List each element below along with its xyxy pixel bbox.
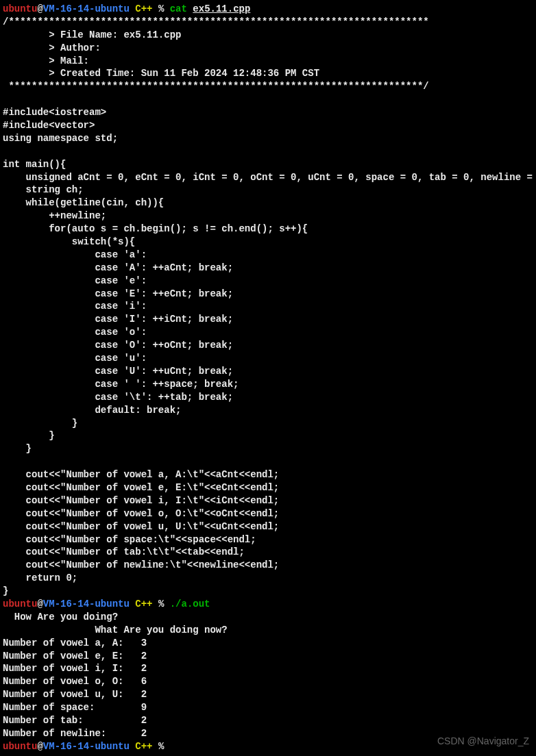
- prompt-dir: C++: [135, 3, 152, 14]
- terminal[interactable]: ubuntu@VM-16-14-ubuntu C++ % cat ex5.11.…: [0, 0, 536, 755]
- prompt-at: @: [37, 3, 42, 14]
- prompt-line-3: ubuntu@VM-16-14-ubuntu C++ %: [3, 741, 170, 752]
- prompt-line-1: ubuntu@VM-16-14-ubuntu C++ % cat ex5.11.…: [3, 3, 250, 14]
- prompt-host: VM-16-14-ubuntu: [43, 598, 130, 609]
- prompt-host: VM-16-14-ubuntu: [43, 741, 130, 752]
- prompt-user: ubuntu: [3, 3, 37, 14]
- prompt-dir: C++: [135, 598, 152, 609]
- prompt-pct: %: [158, 741, 164, 752]
- source-code-block: /***************************************…: [3, 16, 536, 596]
- prompt-pct: %: [158, 598, 164, 609]
- command-run: ./a.out: [170, 598, 210, 609]
- prompt-user: ubuntu: [3, 598, 37, 609]
- command-cat: cat: [170, 3, 187, 14]
- prompt-pct: %: [158, 3, 164, 14]
- prompt-at: @: [37, 741, 42, 752]
- prompt-line-2: ubuntu@VM-16-14-ubuntu C++ % ./a.out: [3, 598, 210, 609]
- prompt-dir: C++: [135, 741, 152, 752]
- prompt-user: ubuntu: [3, 741, 37, 752]
- program-output: How Are you doing? What Are you doing no…: [3, 612, 228, 739]
- prompt-at: @: [37, 598, 42, 609]
- prompt-host: VM-16-14-ubuntu: [43, 3, 130, 14]
- command-arg-file: ex5.11.cpp: [193, 3, 250, 14]
- watermark-text: CSDN @Navigator_Z: [437, 735, 529, 748]
